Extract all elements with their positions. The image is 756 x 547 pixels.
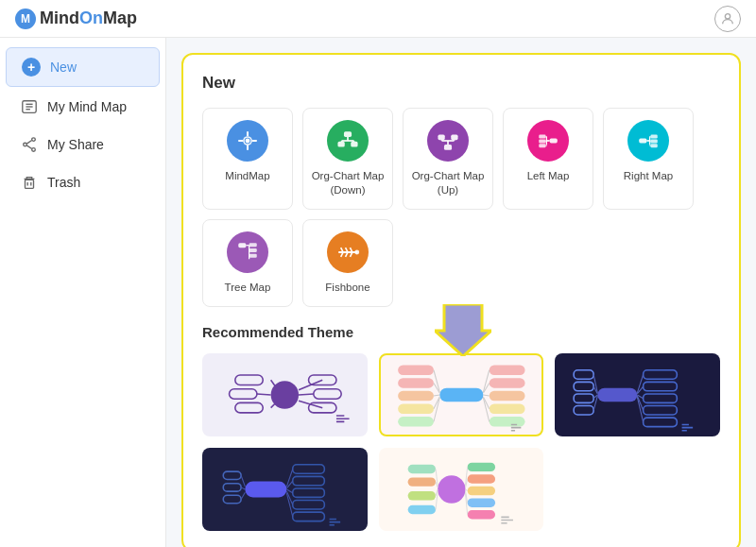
right-map-label: Right Map bbox=[624, 169, 673, 183]
svg-rect-134 bbox=[293, 476, 325, 485]
fishbone-label: Fishbone bbox=[325, 281, 369, 295]
svg-rect-111 bbox=[644, 370, 678, 379]
theme-card-1[interactable] bbox=[202, 353, 368, 436]
logo-text: MindOnMap bbox=[40, 9, 137, 28]
right-map-icon bbox=[627, 120, 669, 162]
theme-card-3[interactable] bbox=[555, 353, 720, 436]
map-type-right-map[interactable]: Right Map bbox=[603, 108, 694, 210]
svg-rect-158 bbox=[407, 465, 435, 473]
svg-rect-140 bbox=[223, 495, 241, 503]
fishbone-icon bbox=[327, 231, 369, 273]
tree-map-icon bbox=[227, 231, 268, 273]
plus-icon: + bbox=[22, 58, 41, 77]
svg-line-146 bbox=[241, 475, 245, 487]
svg-point-5 bbox=[32, 138, 36, 142]
svg-rect-153 bbox=[467, 462, 494, 470]
sidebar-item-trash[interactable]: Trash bbox=[6, 164, 160, 200]
map-type-left-map[interactable]: Left Map bbox=[503, 108, 593, 210]
svg-rect-137 bbox=[293, 512, 325, 521]
svg-rect-90 bbox=[398, 403, 434, 414]
theme-card-2[interactable] bbox=[379, 353, 544, 436]
trash-icon bbox=[21, 174, 38, 191]
svg-rect-37 bbox=[539, 139, 545, 143]
sidebar-item-my-mind-map[interactable]: My Mind Map bbox=[6, 89, 160, 125]
svg-rect-52 bbox=[238, 243, 246, 248]
svg-rect-45 bbox=[650, 135, 657, 139]
svg-point-152 bbox=[438, 475, 465, 503]
svg-line-99 bbox=[434, 395, 439, 396]
svg-point-19 bbox=[246, 139, 250, 144]
svg-rect-75 bbox=[314, 389, 341, 400]
svg-rect-95 bbox=[489, 403, 524, 414]
map-type-org-down[interactable]: Org-Chart Map (Down) bbox=[302, 108, 393, 210]
svg-point-7 bbox=[24, 143, 27, 146]
svg-line-8 bbox=[26, 141, 31, 145]
svg-rect-156 bbox=[467, 498, 494, 506]
svg-rect-118 bbox=[574, 394, 593, 402]
map-types-grid: MindMap Org-Chart bbox=[202, 108, 720, 307]
svg-rect-20 bbox=[344, 131, 352, 137]
svg-point-0 bbox=[725, 13, 730, 18]
org-down-icon bbox=[327, 120, 369, 162]
main-layout: + New My Mind Map bbox=[0, 38, 756, 547]
theme-card-5[interactable] bbox=[379, 448, 544, 531]
svg-rect-88 bbox=[398, 378, 434, 388]
sidebar-item-new[interactable]: + New bbox=[6, 47, 160, 87]
theme-card-4[interactable] bbox=[202, 448, 368, 531]
org-up-icon bbox=[427, 120, 469, 162]
svg-line-82 bbox=[299, 401, 322, 407]
svg-line-81 bbox=[299, 394, 314, 395]
svg-line-141 bbox=[286, 469, 292, 486]
org-up-label: Org-Chart Map (Up) bbox=[411, 169, 485, 197]
svg-rect-46 bbox=[650, 139, 657, 143]
svg-rect-24 bbox=[351, 142, 357, 147]
svg-rect-136 bbox=[293, 500, 325, 508]
map-type-fishbone[interactable]: Fishbone bbox=[302, 219, 393, 307]
svg-rect-132 bbox=[245, 481, 286, 497]
svg-rect-112 bbox=[644, 382, 678, 390]
sidebar-item-my-share[interactable]: My Share bbox=[6, 127, 160, 162]
svg-rect-43 bbox=[639, 139, 646, 144]
svg-point-67 bbox=[354, 249, 359, 254]
logo-icon: M bbox=[15, 9, 36, 29]
svg-line-9 bbox=[26, 145, 31, 149]
svg-rect-55 bbox=[249, 243, 257, 247]
svg-rect-30 bbox=[438, 135, 444, 141]
header: M MindOnMap bbox=[0, 0, 756, 38]
svg-rect-119 bbox=[574, 405, 593, 414]
tree-map-label: Tree Map bbox=[225, 281, 271, 295]
svg-rect-92 bbox=[489, 365, 524, 375]
svg-rect-38 bbox=[539, 144, 545, 147]
svg-line-78 bbox=[257, 394, 271, 395]
svg-rect-71 bbox=[235, 375, 263, 385]
org-down-label: Org-Chart Map (Down) bbox=[311, 169, 385, 197]
svg-rect-113 bbox=[644, 394, 678, 402]
svg-rect-114 bbox=[644, 405, 678, 414]
svg-rect-96 bbox=[489, 417, 524, 427]
map-type-org-up[interactable]: Org-Chart Map (Up) bbox=[403, 108, 493, 210]
svg-rect-157 bbox=[467, 510, 494, 519]
svg-rect-47 bbox=[650, 144, 657, 147]
svg-rect-117 bbox=[574, 382, 593, 390]
theme-grid bbox=[202, 353, 720, 531]
svg-rect-56 bbox=[249, 248, 257, 252]
user-avatar-icon[interactable] bbox=[714, 6, 741, 32]
svg-rect-36 bbox=[539, 135, 545, 139]
map-type-mindmap[interactable]: MindMap bbox=[202, 108, 293, 210]
svg-rect-116 bbox=[574, 370, 593, 379]
svg-rect-87 bbox=[398, 365, 434, 375]
svg-rect-72 bbox=[230, 389, 257, 400]
svg-line-148 bbox=[241, 492, 245, 499]
svg-point-6 bbox=[32, 148, 36, 152]
sidebar-item-new-label: New bbox=[50, 60, 77, 75]
map-type-tree-map[interactable]: Tree Map bbox=[202, 219, 293, 307]
svg-rect-31 bbox=[451, 135, 457, 141]
svg-rect-139 bbox=[223, 484, 241, 491]
main-card: New MindMap bbox=[181, 53, 741, 547]
svg-rect-73 bbox=[235, 402, 263, 413]
svg-rect-57 bbox=[249, 254, 257, 258]
svg-rect-154 bbox=[467, 474, 494, 483]
svg-rect-89 bbox=[398, 391, 434, 402]
svg-rect-161 bbox=[407, 505, 435, 514]
sidebar-item-my-share-label: My Share bbox=[47, 137, 104, 152]
